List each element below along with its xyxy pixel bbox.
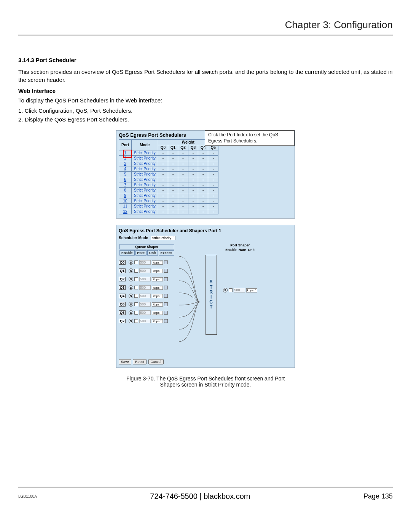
queue-enable-checkbox[interactable] bbox=[134, 277, 138, 281]
save-button[interactable]: Save bbox=[119, 359, 131, 364]
queue-enable-checkbox[interactable] bbox=[134, 260, 138, 264]
queue-unit-select[interactable]: kbps bbox=[152, 260, 163, 265]
port-shaper-unit-select[interactable]: kbps bbox=[246, 288, 257, 292]
col-q3: Q3 bbox=[188, 145, 198, 150]
queue-enable-checkbox[interactable] bbox=[134, 294, 138, 298]
queue-enable-checkbox[interactable] bbox=[134, 302, 138, 306]
queue-unit-select[interactable]: kbps bbox=[152, 286, 163, 290]
mode-cell: Strict Priority bbox=[132, 156, 158, 161]
weight-cell: - bbox=[178, 193, 188, 198]
queue-enable-checkbox[interactable] bbox=[134, 319, 138, 323]
weight-cell: - bbox=[198, 193, 208, 198]
queue-s-icon: S bbox=[129, 268, 133, 273]
weight-cell: - bbox=[208, 193, 218, 198]
queue-row: Q0S500kbps bbox=[119, 260, 175, 265]
port-link[interactable]: 12 bbox=[119, 209, 132, 214]
table-row: 5Strict Priority------ bbox=[119, 172, 218, 177]
weight-cell: - bbox=[178, 209, 188, 214]
col-port: Port bbox=[119, 140, 132, 150]
weight-cell: - bbox=[178, 161, 188, 166]
weight-cell: - bbox=[208, 150, 218, 156]
cancel-button[interactable]: Cancel bbox=[148, 359, 164, 364]
port-link[interactable]: 9 bbox=[119, 193, 132, 198]
weight-cell: - bbox=[198, 209, 208, 214]
port-link[interactable]: 8 bbox=[119, 188, 132, 193]
queue-excess-checkbox[interactable] bbox=[164, 277, 168, 281]
weight-cell: - bbox=[208, 156, 218, 161]
weight-cell: - bbox=[208, 172, 218, 177]
queue-enable-checkbox[interactable] bbox=[134, 286, 138, 289]
weight-cell: - bbox=[198, 177, 208, 182]
queue-enable-checkbox[interactable] bbox=[134, 269, 138, 273]
queue-unit-select[interactable]: kbps bbox=[152, 319, 163, 323]
table-row: 3Strict Priority------ bbox=[119, 161, 218, 166]
queue-excess-checkbox[interactable] bbox=[164, 260, 168, 264]
port-link[interactable]: 6 bbox=[119, 177, 132, 182]
queue-rate-input[interactable]: 500 bbox=[139, 319, 151, 323]
weight-cell: - bbox=[168, 166, 178, 172]
chapter-title: Chapter 3: Configuration bbox=[18, 19, 393, 35]
port-link[interactable]: 11 bbox=[119, 204, 132, 209]
table-row: 12Strict Priority------ bbox=[119, 209, 218, 214]
queue-rate-input[interactable]: 500 bbox=[139, 260, 151, 265]
queue-excess-checkbox[interactable] bbox=[164, 286, 168, 289]
queue-rate-input[interactable]: 500 bbox=[139, 294, 151, 298]
weight-cell: - bbox=[178, 188, 188, 193]
port-link[interactable]: 7 bbox=[119, 182, 132, 188]
queue-enable-checkbox[interactable] bbox=[134, 311, 138, 315]
queue-excess-checkbox[interactable] bbox=[164, 294, 168, 298]
reset-button[interactable]: Reset bbox=[133, 359, 147, 364]
table-row: 2Strict Priority------ bbox=[119, 156, 218, 161]
weight-cell: - bbox=[168, 204, 178, 209]
weight-cell: - bbox=[178, 156, 188, 161]
mode-cell: Strict Priority bbox=[132, 209, 158, 214]
mode-cell: Strict Priority bbox=[132, 150, 158, 156]
port-link[interactable]: 2 bbox=[119, 156, 132, 161]
table-row: 6Strict Priority------ bbox=[119, 177, 218, 182]
queue-unit-select[interactable]: kbps bbox=[152, 302, 163, 307]
weight-cell: - bbox=[168, 198, 178, 204]
queue-excess-checkbox[interactable] bbox=[164, 302, 168, 306]
queue-excess-checkbox[interactable] bbox=[164, 319, 168, 323]
queue-unit-select[interactable]: kbps bbox=[152, 269, 163, 273]
weight-cell: - bbox=[158, 166, 168, 172]
weight-cell: - bbox=[158, 172, 168, 177]
port-link[interactable]: 3 bbox=[119, 161, 132, 166]
port-shaper-rate-input[interactable]: 500 bbox=[234, 288, 245, 292]
weight-cell: - bbox=[158, 204, 168, 209]
port-link[interactable]: 1 bbox=[119, 150, 132, 156]
queue-excess-checkbox[interactable] bbox=[164, 311, 168, 315]
queue-rate-input[interactable]: 500 bbox=[139, 302, 151, 307]
queue-rate-input[interactable]: 500 bbox=[139, 310, 151, 315]
queue-excess-checkbox[interactable] bbox=[164, 269, 168, 273]
port-shaper-col-rate: Rate bbox=[239, 248, 246, 252]
queue-label: Q5 bbox=[119, 302, 126, 307]
queue-row: Q2S500kbps bbox=[119, 277, 175, 281]
queue-unit-select[interactable]: kbps bbox=[152, 294, 163, 298]
col-q0: Q0 bbox=[158, 145, 168, 150]
scheduler-mode-select[interactable]: Strict Priority bbox=[151, 236, 175, 240]
weight-cell: - bbox=[158, 150, 168, 156]
queue-row: Q5S500kbps bbox=[119, 302, 175, 307]
queue-s-icon: S bbox=[129, 277, 133, 281]
port-shaper-enable-checkbox[interactable] bbox=[229, 288, 233, 292]
port-shaper-title: Port Shaper bbox=[223, 243, 257, 247]
weight-cell: - bbox=[168, 182, 178, 188]
queue-unit-select[interactable]: kbps bbox=[152, 311, 163, 315]
mode-cell: Strict Priority bbox=[132, 198, 158, 204]
queue-rate-input[interactable]: 500 bbox=[139, 285, 151, 290]
queue-rate-input[interactable]: 500 bbox=[139, 268, 151, 273]
queue-rate-input[interactable]: 500 bbox=[139, 277, 151, 281]
table-row: 9Strict Priority------ bbox=[119, 193, 218, 198]
shot2-title: QoS Egress Port Scheduler and Shapers Po… bbox=[119, 228, 292, 233]
queue-shaper-title: Queue Shaper bbox=[119, 244, 174, 249]
port-link[interactable]: 10 bbox=[119, 198, 132, 204]
port-link[interactable]: 4 bbox=[119, 166, 132, 172]
step-1: 1. Click Configuration, QoS, Port Schedu… bbox=[18, 107, 393, 114]
queue-unit-select[interactable]: kbps bbox=[152, 277, 163, 281]
connector-lines bbox=[179, 249, 202, 355]
port-link[interactable]: 5 bbox=[119, 172, 132, 177]
section-heading: 3.14.3 Port Scheduler bbox=[18, 57, 393, 63]
table-row: 10Strict Priority------ bbox=[119, 198, 218, 204]
queue-label: Q4 bbox=[119, 294, 126, 298]
